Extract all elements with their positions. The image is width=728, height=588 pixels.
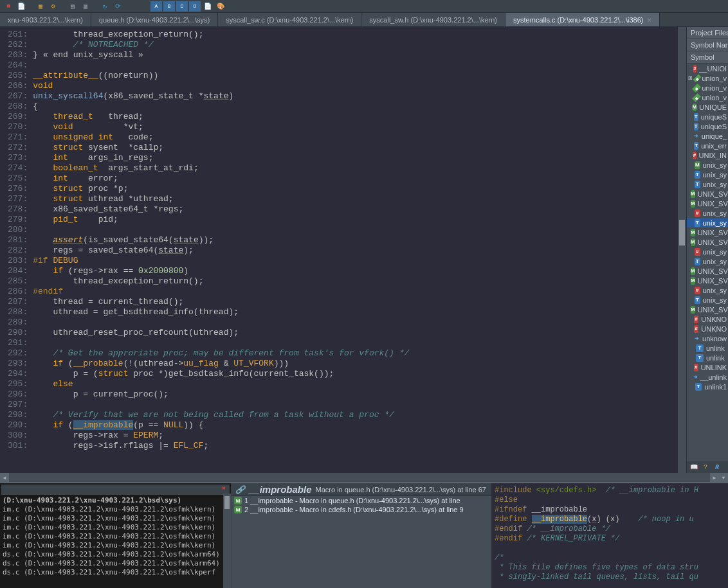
symbol-item[interactable]: Tunix_sy: [687, 256, 728, 266]
editor-tabs: xnu-4903.221.2\...\kern) queue.h (D:\xnu…: [0, 13, 728, 27]
symbol-item[interactable]: Tunix_err: [687, 141, 728, 150]
references-pane: 🔗 __improbable Macro in queue.h (D:\xnu-…: [232, 483, 492, 588]
toolbar-b-icon[interactable]: B: [163, 1, 175, 12]
toolbar-stop-icon[interactable]: ■: [3, 1, 14, 12]
symbol-item[interactable]: Tunix_sy: [687, 218, 728, 227]
symbol-item[interactable]: MUNIQUE: [687, 102, 728, 112]
symbol-list[interactable]: #__UNIOI⊞◆union_v◆union_v◆union_vMUNIQUE…: [687, 64, 728, 461]
toolbar-refresh-icon[interactable]: ↻: [99, 1, 111, 12]
refs-list[interactable]: M1 __improbable - Macro in queue.h (D:\x…: [232, 496, 491, 588]
symbol-item[interactable]: MUNIX_SV: [687, 199, 728, 208]
symbol-item[interactable]: TuniqueS: [687, 121, 728, 131]
symbol-item[interactable]: ◆union_v: [687, 83, 728, 93]
refs-link-icon[interactable]: 🔗: [235, 485, 245, 494]
hscroll-down-icon[interactable]: ▼: [719, 473, 728, 482]
preview-pane[interactable]: #include <sys/cdefs.h> /* __improbable i…: [492, 483, 728, 588]
symbol-item[interactable]: ➜__unlink: [687, 372, 728, 382]
symbol-header-name[interactable]: Symbol Nar: [687, 39, 728, 51]
symbol-item[interactable]: Tunlink: [687, 353, 728, 362]
editor-scrollbar[interactable]: [677, 27, 686, 473]
toolbar-grid-icon[interactable]: ▦: [35, 1, 46, 12]
symbol-panel: Project Files Symbol Nar Symbol #__UNIOI…: [686, 27, 728, 473]
symbol-item[interactable]: ⊞◆union_v: [687, 73, 728, 83]
toolbar-d-icon[interactable]: D: [189, 1, 201, 12]
tab-file-2[interactable]: syscall_sw.c (D:\xnu-4903.221.2\...\kern…: [218, 13, 361, 26]
symbol-item[interactable]: #UNKNO: [687, 314, 728, 324]
tab-label: systemcalls.c (D:\xnu-4903.221.2\...\i38…: [513, 16, 643, 24]
toolbar-doc-icon[interactable]: 📄: [15, 1, 27, 12]
ref-item[interactable]: M1 __improbable - Macro in queue.h (D:\x…: [232, 496, 491, 505]
symbol-item[interactable]: #UNKNO: [687, 324, 728, 334]
sym-tool-help-icon[interactable]: ?: [701, 463, 710, 472]
symbol-item[interactable]: #UNLINK: [687, 362, 728, 372]
symbol-item[interactable]: ◆union_v: [687, 93, 728, 102]
tab-file-1[interactable]: queue.h (D:\xnu-4903.221.2\...\sys): [91, 13, 218, 26]
refs-header: 🔗 __improbable Macro in queue.h (D:\xnu-…: [232, 483, 491, 496]
symbol-toolbar: 📖 ? R: [687, 461, 728, 473]
tab-file-3[interactable]: syscall_sw.h (D:\xnu-4903.221.2\...\kern…: [361, 13, 505, 26]
main-toolbar: ■ 📄 ▦ ⚙ ▤ ▥ ↻ ⟳ A B C D 📄 🎨: [0, 0, 728, 13]
refs-title: __improbable: [249, 484, 312, 495]
hscroll-right-icon[interactable]: ▶: [710, 473, 719, 482]
symbol-item[interactable]: #__UNIOI: [687, 64, 728, 73]
toolbar-c-icon[interactable]: C: [176, 1, 188, 12]
output-text: (D:\xnu-4903.221.2\xnu-4903.221.2\bsd\sy…: [1, 495, 230, 578]
symbol-item[interactable]: MUNIX_SV: [687, 266, 728, 276]
code-editor[interactable]: 261:262:263:264:265:266:267:268:269:270:…: [0, 27, 686, 473]
toolbar-doc2-icon[interactable]: 📄: [202, 1, 214, 12]
symbol-item[interactable]: MUNIX_SV: [687, 237, 728, 247]
scrollbar-thumb[interactable]: [679, 220, 685, 245]
symbol-item[interactable]: Tunix_sy: [687, 295, 728, 305]
line-number-gutter: 261:262:263:264:265:266:267:268:269:270:…: [0, 27, 30, 473]
symbol-item[interactable]: MUNIX_SV: [687, 276, 728, 285]
symbol-item[interactable]: Tunix_sy: [687, 170, 728, 179]
toolbar-sync-icon[interactable]: ⟳: [112, 1, 123, 12]
symbol-header-files[interactable]: Project Files: [687, 27, 728, 39]
symbol-item[interactable]: #UNIX_IN: [687, 150, 728, 160]
symbol-item[interactable]: TuniqueS: [687, 112, 728, 121]
code-content[interactable]: thread_exception_return(); /* NOTREACHED…: [30, 27, 677, 473]
output-scrollbar[interactable]: [223, 494, 231, 588]
symbol-item[interactable]: Munix_sy: [687, 160, 728, 170]
pane-close-icon[interactable]: ✖: [222, 485, 230, 492]
symbol-item[interactable]: Tunlink1: [687, 382, 728, 391]
sym-tool-r-icon[interactable]: R: [713, 463, 722, 472]
output-pane[interactable]: ✖ (D:\xnu-4903.221.2\xnu-4903.221.2\bsd\…: [0, 483, 232, 588]
toolbar-view2-icon[interactable]: ▥: [80, 1, 91, 12]
symbol-item[interactable]: Tunix_sy: [687, 179, 728, 189]
symbol-item[interactable]: #unix_sy: [687, 208, 728, 218]
symbol-item[interactable]: MUNIX_SV: [687, 227, 728, 237]
toolbar-config-icon[interactable]: ⚙: [48, 1, 59, 12]
symbol-item[interactable]: MUNIX_SV: [687, 189, 728, 199]
refs-subtitle: Macro in queue.h (D:\xnu-4903.221.2\...\…: [316, 486, 486, 494]
tab-file-4[interactable]: systemcalls.c (D:\xnu-4903.221.2\...\i38…: [505, 13, 660, 26]
symbol-item[interactable]: #unix_sy: [687, 285, 728, 295]
sym-tool-book-icon[interactable]: 📖: [689, 463, 698, 472]
hscroll-left-icon[interactable]: ◀: [0, 473, 9, 482]
symbol-item[interactable]: ➜unique_: [687, 131, 728, 141]
symbol-item[interactable]: #unix_sy: [687, 247, 728, 256]
horizontal-scrollbar[interactable]: ◀ ▶ ▼: [0, 473, 728, 482]
toolbar-palette-icon[interactable]: 🎨: [215, 1, 226, 12]
close-icon[interactable]: ×: [648, 16, 651, 24]
toolbar-view1-icon[interactable]: ▤: [67, 1, 78, 12]
symbol-item[interactable]: Tunlink: [687, 343, 728, 353]
ref-item[interactable]: M2 __improbable - Macro in cdefs.h (D:\x…: [232, 505, 491, 514]
tab-file-0[interactable]: xnu-4903.221.2\...\kern): [0, 13, 91, 26]
toolbar-a-icon[interactable]: A: [150, 1, 162, 12]
symbol-header-symbol[interactable]: Symbol: [687, 51, 728, 64]
symbol-item[interactable]: ➜unknow: [687, 334, 728, 343]
symbol-item[interactable]: MUNIX_SV: [687, 305, 728, 314]
